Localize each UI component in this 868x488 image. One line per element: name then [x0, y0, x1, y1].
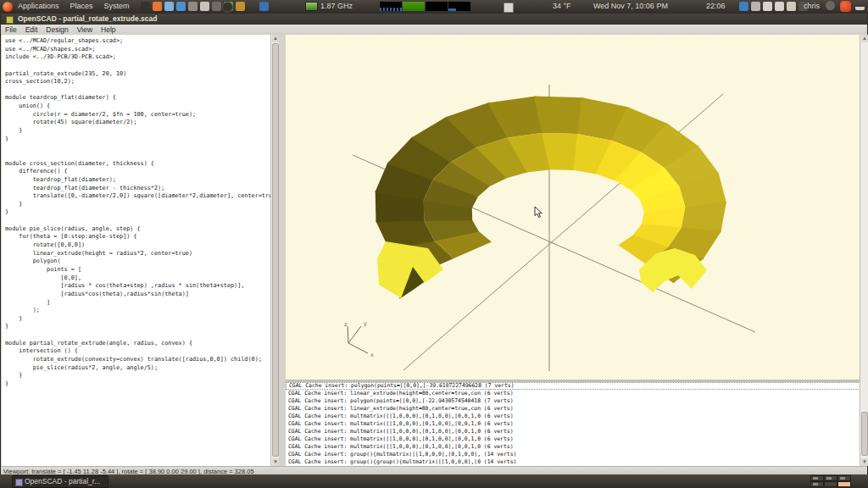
console-line[interactable]: CGAL Cache insert: linear_extrude(height… — [286, 405, 860, 413]
user-menu[interactable]: chris — [804, 2, 820, 10]
power-menu-icon[interactable] — [826, 1, 835, 10]
workspace-cell[interactable] — [810, 481, 824, 487]
console-line[interactable]: CGAL Cache insert: multmatrix([[1,0,0,0]… — [286, 435, 860, 443]
menu-edit[interactable]: Edit — [25, 25, 38, 34]
gizmo-axis-y — [348, 326, 361, 343]
console-line[interactable]: CGAL Cache insert: group(){multmatrix([[… — [286, 451, 860, 458]
shutdown-icon[interactable] — [840, 1, 851, 12]
workspace-window-thumb — [840, 477, 845, 480]
editor-scroll-thumb[interactable] — [272, 43, 279, 457]
code-line: rotate([0,0,0]) — [5, 241, 270, 250]
gizmo-axis-x — [348, 343, 368, 353]
gedit-icon[interactable] — [200, 2, 209, 11]
clock-applet[interactable]: Wed Nov 7, 10:06 PM — [593, 2, 668, 10]
volume-icon[interactable] — [775, 2, 784, 11]
workspace-cell[interactable] — [824, 475, 837, 481]
cpu-freq-label: 1.87 GHz — [320, 2, 353, 10]
console-line[interactable]: CGAL Cache insert: polygon(points=[[0,0]… — [286, 397, 860, 405]
console-line[interactable]: CGAL Cache insert: group(){group(){multm… — [286, 458, 860, 466]
notes-applet-icon[interactable] — [504, 3, 514, 13]
temperature-label: 34 °F — [553, 2, 571, 10]
code-line: linear_extrude(height = radius*2, center… — [5, 250, 270, 258]
mail-icon[interactable] — [787, 2, 796, 11]
menu-help[interactable]: Help — [101, 25, 115, 34]
console-line[interactable]: CGAL Cache insert: multmatrix([[1,0,0,0]… — [286, 413, 860, 420]
globe-icon[interactable] — [176, 2, 186, 11]
display-icon[interactable] — [751, 2, 760, 11]
distro-menu-icon[interactable] — [3, 2, 13, 12]
taskbar-window-icon — [15, 479, 23, 486]
window-icon — [6, 16, 14, 24]
code-line: module partial_rotate_extrude(angle, rad… — [5, 340, 270, 348]
temperature-applet[interactable]: 34 °F — [553, 2, 571, 10]
workspace-cell[interactable] — [837, 481, 851, 487]
console-line[interactable]: CGAL Cache insert: polygon(points=[[0,0]… — [286, 382, 860, 390]
mouse-settings-icon[interactable] — [222, 2, 233, 13]
code-line — [5, 217, 270, 225]
scroll-up-icon[interactable]: ▲ — [861, 35, 868, 42]
date-label: Wed Nov 7, 10:06 PM — [593, 2, 668, 10]
right-scrollbar[interactable]: ▲ ▼ — [860, 35, 868, 466]
editor-scrollbar[interactable]: ▲ ▼ — [270, 35, 279, 466]
code-line: } — [5, 201, 270, 209]
window-title: OpenSCAD - partial_rotate_extrude.scad — [18, 14, 157, 23]
code-line: cross_section(10,2); — [5, 78, 270, 86]
firefox-icon[interactable] — [153, 2, 162, 11]
console-line[interactable]: CGAL Cache insert: multmatrix([[1,0,0,0]… — [286, 420, 860, 428]
menu-file[interactable]: File — [5, 25, 17, 34]
code-line: pie_slice(radius*2, angle, angle/5); — [5, 364, 270, 373]
virtualbox-icon[interactable] — [259, 2, 269, 11]
code-line: module pie_slice(radius, angle, step) { — [5, 225, 270, 234]
database-icon[interactable] — [236, 2, 245, 11]
workspace-switcher[interactable] — [810, 475, 851, 487]
windows-list-icon[interactable] — [212, 2, 221, 11]
secondary-clock[interactable]: 22:06 — [706, 2, 726, 10]
code-line — [5, 152, 270, 160]
code-line: translate([0,-diameter/2,0]) square([dia… — [5, 192, 270, 201]
code-line: } — [5, 372, 270, 380]
console-line[interactable]: CGAL Cache insert: multmatrix([[1,0,0,0]… — [286, 428, 860, 435]
bottom-taskbar: OpenSCAD - partial_r... — [0, 474, 868, 488]
workspace-cell[interactable] — [837, 475, 851, 481]
openscad-window: OpenSCAD - partial_rotate_extrude.scad F… — [0, 14, 868, 474]
workspace-cell[interactable] — [810, 475, 824, 481]
workspace-window-thumb — [813, 477, 818, 480]
code-line: circle(r = diameter/2, $fn = 100, center… — [5, 111, 270, 119]
right-scroll-thumb[interactable] — [861, 412, 868, 456]
scroll-down-icon[interactable]: ▼ — [272, 458, 279, 466]
code-line — [5, 62, 270, 70]
console-line[interactable]: CGAL Cache insert: multmatrix([[1,0,0,0]… — [286, 443, 860, 451]
mem-monitor-graph — [403, 2, 425, 11]
editor-viewport-splitter[interactable] — [279, 35, 286, 466]
code-line: } — [5, 323, 270, 331]
top-panel: ApplicationsPlacesSystem 1.87 GHz 34 °F … — [0, 0, 868, 14]
file-manager-icon[interactable] — [188, 2, 198, 11]
dropbox-icon[interactable] — [739, 2, 748, 11]
panel-menu-system[interactable]: System — [103, 2, 131, 10]
code-line: [0,0], — [5, 274, 270, 283]
cpu-freq-applet[interactable]: 1.87 GHz — [305, 2, 353, 11]
panel-menu-places[interactable]: Places — [69, 2, 95, 10]
workspace-cell[interactable] — [824, 481, 837, 487]
bluetooth-icon[interactable] — [763, 2, 772, 11]
menu-view[interactable]: View — [77, 25, 92, 34]
console[interactable]: CGAL Cache insert: polygon(points=[[0,0]… — [286, 382, 860, 466]
network-signal-icon[interactable] — [855, 1, 865, 10]
pidgin-icon[interactable] — [164, 2, 174, 11]
title-bar[interactable]: OpenSCAD - partial_rotate_extrude.scad — [1, 14, 867, 25]
panel-menu-applications[interactable]: Applications — [16, 2, 61, 10]
menu-design[interactable]: Design — [46, 25, 68, 34]
code-line: } — [5, 208, 270, 217]
code-line: union() { — [5, 103, 270, 111]
taskbar-window-button[interactable]: OpenSCAD - partial_r... — [12, 475, 108, 488]
code-area[interactable]: use <../MCAD/regular_shapes.scad>;use <.… — [2, 35, 270, 466]
system-monitor-applet[interactable] — [380, 2, 471, 11]
code-line: } — [5, 380, 270, 389]
terminal-icon[interactable] — [141, 2, 150, 11]
code-editor[interactable]: use <../MCAD/regular_shapes.scad>;use <.… — [2, 35, 279, 466]
console-line[interactable]: CGAL Cache insert: linear_extrude(height… — [286, 390, 860, 397]
viewport-3d[interactable]: zyx — [286, 35, 860, 380]
code-line — [5, 143, 270, 152]
scroll-up-icon[interactable]: ▲ — [272, 35, 279, 42]
scroll-down-icon[interactable]: ▼ — [861, 458, 868, 466]
